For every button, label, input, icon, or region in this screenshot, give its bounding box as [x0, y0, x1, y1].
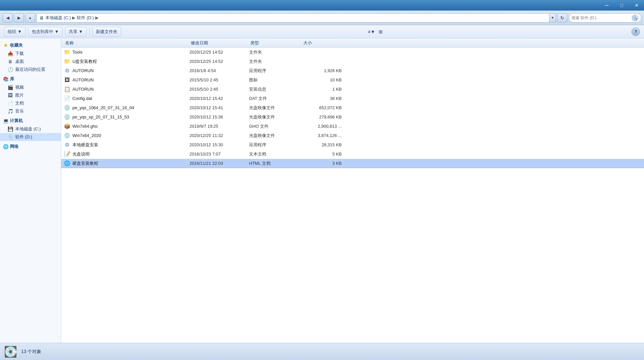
- sidebar-library-header[interactable]: 📚 库: [0, 75, 61, 83]
- recent-label: 最近访问的位置: [15, 67, 45, 72]
- file-name: pe_yqs_1064_20_07_31_16_04: [72, 105, 134, 110]
- file-date-cell: 2020/12/25 11:32: [190, 133, 249, 138]
- file-date-cell: 2016/10/23 7:07: [190, 152, 249, 157]
- file-size-cell: 36 KB: [302, 96, 342, 101]
- table-row[interactable]: 🖼 AUTORUN 2015/5/10 2:45 图标 10 KB: [61, 75, 644, 85]
- computer-label: 计算机: [10, 118, 23, 124]
- sidebar-item-desktop[interactable]: 🖥 桌面: [0, 58, 61, 66]
- pictures-label: 图片: [15, 92, 24, 98]
- search-bar: 🔍: [569, 13, 641, 22]
- file-type-cell: DAT 文件: [249, 96, 302, 102]
- search-input[interactable]: [572, 16, 630, 20]
- breadcrumb: 🖥 本地磁盘 (C:) ▶ 软件 (D:) ▶: [36, 13, 549, 22]
- refresh-button[interactable]: ↻: [557, 13, 567, 22]
- maximize-button[interactable]: □: [614, 0, 629, 11]
- view-pane-button[interactable]: ⊞: [376, 27, 385, 36]
- file-name-cell: 🖼 AUTORUN: [64, 77, 190, 83]
- sidebar-item-documents[interactable]: 📄 文档: [0, 99, 61, 107]
- col-header-type[interactable]: 类型: [249, 38, 302, 47]
- sidebar-item-downloads[interactable]: 📥 下载: [0, 50, 61, 58]
- table-row[interactable]: 🌐 硬盘安装教程 2016/11/21 22:03 HTML 文档 3 KB: [61, 159, 644, 168]
- sidebar-item-software-d[interactable]: 💿 软件 (D:): [0, 133, 61, 141]
- view-toggle-button[interactable]: ≡▼: [367, 27, 376, 36]
- file-icon: 📁: [64, 58, 70, 65]
- table-row[interactable]: 💿 pe_yqs_1064_20_07_31_16_04 2020/10/12 …: [61, 103, 644, 112]
- file-size-cell: 5 KB: [302, 152, 342, 157]
- share-dropdown-icon: ▼: [79, 29, 83, 34]
- table-row[interactable]: 💿 Win7x64_2020 2020/12/25 11:32 光盘映像文件 3…: [61, 131, 644, 140]
- col-header-name[interactable]: 名称: [64, 38, 190, 47]
- table-row[interactable]: ⚙ 本地硬盘安装 2020/10/12 15:30 应用程序 28,315 KB: [61, 140, 644, 150]
- archive-button[interactable]: 包含到库中 ▼: [28, 27, 63, 37]
- file-type-cell: 光盘映像文件: [249, 105, 302, 111]
- file-name-cell: 📄 Config.dat: [64, 95, 190, 102]
- file-name: 本地硬盘安装: [72, 142, 98, 148]
- help-button[interactable]: ?: [631, 27, 640, 36]
- sidebar-item-local-c[interactable]: 💾 本地磁盘 (C:): [0, 125, 61, 133]
- share-button[interactable]: 共享 ▼: [65, 27, 87, 37]
- file-icon: 📦: [64, 123, 70, 130]
- file-icon: 📄: [64, 95, 70, 102]
- col-header-date[interactable]: 修改日期: [190, 38, 249, 47]
- pictures-icon: 🖼: [7, 92, 13, 98]
- table-row[interactable]: 📝 光盘说明 2016/10/23 7:07 文本文档 5 KB: [61, 150, 644, 159]
- file-name-cell: 💿 pe_yqs_xp_20_07_31_15_53: [64, 114, 190, 120]
- network-icon: 🌐: [3, 144, 9, 150]
- organize-dropdown-icon: ▼: [18, 29, 22, 34]
- sidebar-network-header[interactable]: 🌐 网络: [0, 142, 61, 151]
- table-row[interactable]: 📁 Tools 2020/12/25 14:52 文件夹: [61, 48, 644, 57]
- back-button[interactable]: ◀: [3, 13, 13, 22]
- new-folder-button[interactable]: 新建文件夹: [92, 27, 121, 37]
- file-name: Config.dat: [72, 96, 92, 101]
- file-date-cell: 2020/12/25 14:52: [190, 59, 249, 64]
- status-bar: 💽 13 个对象: [0, 343, 644, 360]
- file-icon: 💿: [64, 105, 70, 111]
- toolbar-separator: [89, 28, 90, 36]
- forward-button[interactable]: ▶: [14, 13, 24, 22]
- file-type-cell: 应用程序: [249, 68, 302, 74]
- titlebar: ─ □ ✕: [0, 0, 644, 11]
- documents-icon: 📄: [7, 100, 13, 106]
- breadcrumb-dropdown[interactable]: ▼: [549, 13, 556, 22]
- file-date-cell: 2015/5/10 2:45: [190, 87, 249, 92]
- software-d-label: 软件 (D:): [15, 134, 32, 140]
- video-icon: 🎬: [7, 84, 13, 90]
- sidebar-favorites-header[interactable]: ★ 收藏夹: [0, 41, 61, 50]
- close-button[interactable]: ✕: [629, 0, 644, 11]
- favorites-icon: ★: [3, 42, 9, 48]
- address-bar: ◀ ▶ ▲ 🖥 本地磁盘 (C:) ▶ 软件 (D:) ▶ ▼ ↻ 🔍: [0, 11, 644, 25]
- table-row[interactable]: 📦 Win7x64.gho 2019/9/7 19:25 GHO 文件 2,90…: [61, 122, 644, 131]
- video-label: 视频: [15, 84, 24, 90]
- file-type-cell: 文本文档: [249, 151, 302, 157]
- search-icon[interactable]: 🔍: [632, 15, 638, 21]
- table-row[interactable]: 💿 pe_yqs_xp_20_07_31_15_53 2020/10/12 15…: [61, 112, 644, 122]
- sidebar-item-music[interactable]: 🎵 音乐: [0, 107, 61, 115]
- sidebar-item-recent[interactable]: 🕐 最近访问的位置: [0, 66, 61, 73]
- table-row[interactable]: 📄 Config.dat 2020/10/12 15:42 DAT 文件 36 …: [61, 94, 644, 103]
- breadcrumb-drive[interactable]: 软件 (D:): [77, 15, 94, 21]
- table-row[interactable]: 📋 AUTORUN 2015/5/10 2:45 安装信息 1 KB: [61, 85, 644, 94]
- breadcrumb-home-icon: 🖥: [39, 15, 44, 21]
- table-row[interactable]: 📁 U盘安装教程 2020/12/25 14:52 文件夹: [61, 57, 644, 66]
- file-type-cell: 安装信息: [249, 86, 302, 92]
- file-name-cell: ⚙ 本地硬盘安装: [64, 142, 190, 148]
- sidebar-item-video[interactable]: 🎬 视频: [0, 83, 61, 91]
- organize-button[interactable]: 组织 ▼: [4, 27, 25, 37]
- file-date-cell: 2020/10/12 15:30: [190, 142, 249, 147]
- file-size-cell: 10 KB: [302, 77, 342, 82]
- sidebar-item-pictures[interactable]: 🖼 图片: [0, 91, 61, 99]
- breadcrumb-computer[interactable]: 本地磁盘 (C:): [45, 15, 71, 21]
- col-header-size[interactable]: 大小: [302, 38, 342, 47]
- file-size-cell: 652,072 KB: [302, 105, 342, 110]
- file-name: 硬盘安装教程: [72, 160, 98, 166]
- table-row[interactable]: ⚙ AUTORUN 2016/1/8 4:54 应用程序 1,926 KB: [61, 66, 644, 75]
- sidebar-library-section: 📚 库 🎬 视频 🖼 图片 📄 文档 🎵 音乐: [0, 75, 61, 115]
- file-date-cell: 2020/10/12 15:42: [190, 96, 249, 101]
- up-button[interactable]: ▲: [25, 13, 35, 22]
- downloads-label: 下载: [15, 51, 24, 57]
- minimize-button[interactable]: ─: [599, 0, 614, 11]
- file-name-cell: 💿 Win7x64_2020: [64, 132, 190, 139]
- computer-icon: 💻: [3, 118, 9, 124]
- file-name-cell: 📁 Tools: [64, 49, 190, 56]
- sidebar-computer-header[interactable]: 💻 计算机: [0, 116, 61, 125]
